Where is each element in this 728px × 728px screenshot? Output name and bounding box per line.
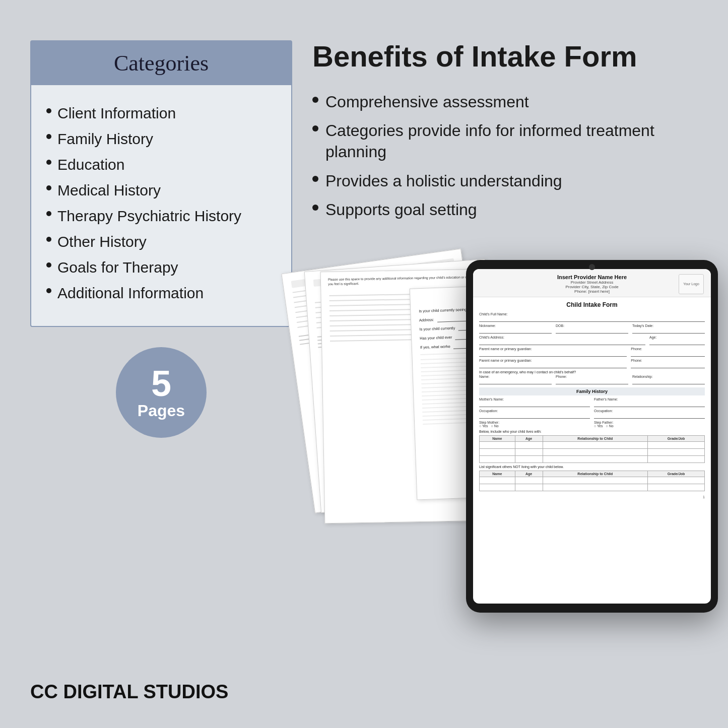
bullet-icon xyxy=(46,160,51,165)
phone2-label: Phone: xyxy=(631,359,705,362)
categories-header: Categories xyxy=(31,41,291,85)
table-row xyxy=(480,448,705,455)
phone-label: Phone: xyxy=(631,347,705,351)
bullet-icon xyxy=(46,237,51,242)
col2-name: Name xyxy=(480,471,515,477)
dob-field: DOB: xyxy=(556,324,628,334)
lives-with-label: Below, include who your child lives with… xyxy=(479,430,705,433)
left-column: Categories Client Information Family His… xyxy=(30,30,292,698)
step-mother-label: Step Mother: xyxy=(479,421,590,424)
col-age: Age xyxy=(515,435,543,441)
list-item: Family History xyxy=(46,126,276,152)
bullet-icon xyxy=(46,134,51,139)
badge-number: 5 xyxy=(151,365,171,402)
ever-label: Has your child ever xyxy=(420,335,452,340)
tablet-screen: Insert Provider Name Here Provider Stree… xyxy=(473,269,711,604)
emerg-phone-field: Phone: xyxy=(556,375,628,384)
bullet-icon xyxy=(46,262,51,268)
col2-rel: Relationship to Child xyxy=(543,471,648,477)
mother-name-field: Mother's Name: xyxy=(479,398,590,407)
child-name-label: Child's Full Name: xyxy=(479,312,705,316)
list-item: Goals for Therapy xyxy=(46,254,276,280)
benefit-item: Comprehensive assessment xyxy=(312,88,698,117)
list-item: Education xyxy=(46,152,276,177)
table-row xyxy=(480,477,705,484)
parent-secondary-field: Parent name or primary guardian: xyxy=(479,359,627,368)
benefit-label: Provides a holistic understanding xyxy=(325,171,562,192)
age-label: Age: xyxy=(649,336,705,339)
col-grade: Grade/Job xyxy=(648,435,705,441)
bullet-icon xyxy=(46,108,51,113)
documents-area: Are child's parents: Please use this spa… xyxy=(312,260,698,698)
provider-city: Provider City, State, Zip Code xyxy=(479,285,705,289)
name-row: Child's Full Name: xyxy=(479,312,705,322)
col-name: Name xyxy=(480,435,515,441)
categories-title: Categories xyxy=(41,50,281,76)
parent2-row: Parent name or primary guardian: Phone: xyxy=(479,359,705,368)
father-name-label: Father's Name: xyxy=(594,398,705,401)
provider-name: Insert Provider Name Here xyxy=(479,274,705,280)
tablet-device: Insert Provider Name Here Provider Stree… xyxy=(466,260,718,613)
list-item: Client Information xyxy=(46,100,276,126)
bullet-icon xyxy=(46,288,51,293)
list-item: Other History xyxy=(46,229,276,254)
category-label: Client Information xyxy=(57,103,176,123)
table-row xyxy=(480,455,705,462)
parent-primary-label: Parent name or primary guardian: xyxy=(479,347,627,351)
main-container: Categories Client Information Family His… xyxy=(0,0,728,728)
brand-label: CC DIGITAL STUDIOS xyxy=(30,681,228,702)
emergency-label: In case of an emergency, who may I conta… xyxy=(479,370,705,374)
todays-date-label: Today's Date: xyxy=(632,324,705,327)
col2-age: Age xyxy=(515,471,543,477)
occ-row: Occupation: Occupation: xyxy=(479,409,705,419)
family-history-section-title: Family History xyxy=(479,387,705,395)
emergency-row: Name: Phone: Relationship: xyxy=(479,375,705,384)
tablet-form-title: Child Intake Form xyxy=(473,297,711,310)
mother-name-label: Mother's Name: xyxy=(479,398,590,401)
category-label: Additional Information xyxy=(57,283,204,303)
family-table-2: Name Age Relationship to Child Grade/Job xyxy=(479,471,705,491)
category-label: Goals for Therapy xyxy=(57,257,178,277)
bullet-icon xyxy=(46,185,51,190)
parent-phone-field: Phone: xyxy=(631,347,705,357)
step-father-label: Step Father: xyxy=(594,421,705,424)
benefits-list: Comprehensive assessment Categories prov… xyxy=(312,88,698,225)
nickname-field: Nickname: xyxy=(479,324,552,334)
table-row xyxy=(480,484,705,491)
tablet-container: Insert Provider Name Here Provider Stree… xyxy=(466,260,718,613)
category-label: Therapy Psychiatric History xyxy=(57,206,241,226)
bullet-icon xyxy=(312,125,318,131)
benefit-label: Comprehensive assessment xyxy=(325,92,529,113)
parent-phone2-field: Phone: xyxy=(631,359,705,368)
categories-list: Client Information Family History Educat… xyxy=(31,100,291,306)
occ-m-label: Occupation: xyxy=(479,409,590,413)
table-row xyxy=(480,441,705,448)
brand-footer: CC DIGITAL STUDIOS xyxy=(30,681,228,703)
provider-address: Provider Street Address xyxy=(479,280,705,285)
family-table-1: Name Age Relationship to Child Grade/Job xyxy=(479,435,705,463)
father-name-field: Father's Name: xyxy=(594,398,705,407)
radio-yes-sf: ○ Yes xyxy=(594,424,603,428)
emerg-name-field: Name: xyxy=(479,375,552,384)
step-father-field: Step Father: ○ Yes ○ No xyxy=(594,421,705,428)
others-label: List significant others NOT living with … xyxy=(479,465,705,469)
age-field: Age: xyxy=(649,336,705,345)
occ-f-label: Occupation: xyxy=(594,409,705,413)
category-label: Education xyxy=(57,155,124,174)
bullet-icon xyxy=(312,97,318,103)
category-label: Medical History xyxy=(57,180,161,200)
badge-pages-label: Pages xyxy=(138,402,185,420)
bullet-icon xyxy=(312,205,318,211)
benefit-item: Provides a holistic understanding xyxy=(312,167,698,196)
step-mother-yesno: ○ Yes ○ No xyxy=(479,424,590,428)
col2-grade: Grade/Job xyxy=(648,471,705,477)
emerg-name-label: Name: xyxy=(479,375,552,378)
occ-m-field: Occupation: xyxy=(479,409,590,419)
step-row: Step Mother: ○ Yes ○ No Step Father: xyxy=(479,421,705,428)
emerg-rel-label: Relationship: xyxy=(632,375,705,378)
emerg-phone-label: Phone: xyxy=(556,375,628,378)
nickname-label: Nickname: xyxy=(479,324,552,327)
provider-phone: Phone: [insert here] xyxy=(479,289,705,294)
address-label: Address: xyxy=(419,317,434,322)
categories-box: Categories Client Information Family His… xyxy=(30,40,292,327)
